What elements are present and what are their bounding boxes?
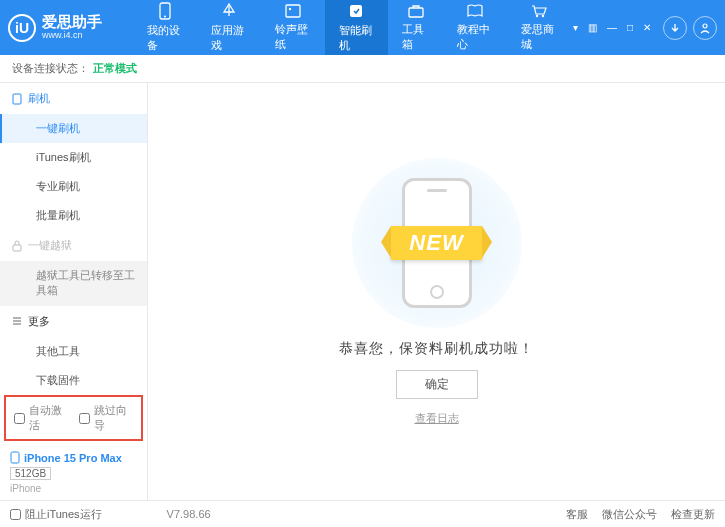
checkbox-input[interactable]: [79, 413, 90, 424]
svg-rect-5: [409, 8, 423, 17]
nav-label: 教程中心: [457, 22, 493, 52]
checkbox-input[interactable]: [10, 509, 21, 520]
sidebar-section-label: 刷机: [28, 91, 50, 106]
sidebar: 刷机 一键刷机 iTunes刷机 专业刷机 批量刷机 一键越狱 越狱工具已转移至…: [0, 83, 148, 500]
svg-point-3: [288, 8, 290, 10]
logo-icon: iU: [8, 14, 36, 42]
checkbox-label: 跳过向导: [94, 403, 134, 433]
logo-area: iU 爱思助手 www.i4.cn: [8, 14, 133, 42]
window-controls: ▾ ▥ — □ ✕: [571, 20, 653, 35]
toolbox-icon: [406, 3, 426, 19]
nav-my-device[interactable]: 我的设备: [133, 0, 197, 55]
svg-point-8: [703, 24, 707, 28]
menu-icon[interactable]: ▾: [571, 20, 580, 35]
success-illustration: NEW: [352, 158, 522, 328]
lock-icon: [12, 240, 22, 252]
sidebar-item-jailbreak-note: 越狱工具已转移至工具箱: [0, 261, 147, 306]
menu-icon: [12, 316, 22, 326]
svg-rect-4: [350, 5, 362, 17]
top-nav: 我的设备 应用游戏 铃声壁纸 智能刷机 工具箱 教程中心 爱思商城: [133, 0, 571, 55]
nav-apps[interactable]: 应用游戏: [197, 0, 261, 55]
checkbox-skip-guide[interactable]: 跳过向导: [79, 403, 134, 433]
header-right: ▾ ▥ — □ ✕: [571, 16, 717, 40]
nav-tutorials[interactable]: 教程中心: [443, 0, 507, 55]
svg-rect-9: [13, 94, 21, 104]
sidebar-section-flash[interactable]: 刷机: [0, 83, 147, 114]
close-icon[interactable]: ✕: [641, 20, 653, 35]
book-icon: [465, 3, 485, 19]
app-header: iU 爱思助手 www.i4.cn 我的设备 应用游戏 铃声壁纸 智能刷机 工具…: [0, 0, 725, 55]
minimize-icon[interactable]: —: [605, 20, 619, 35]
device-icon: [12, 93, 22, 105]
status-value: 正常模式: [93, 61, 137, 76]
version-label: V7.98.66: [167, 508, 211, 520]
footer: 阻止iTunes运行 V7.98.66 客服 微信公众号 检查更新: [0, 500, 725, 527]
sidebar-item-oneclick[interactable]: 一键刷机: [0, 114, 147, 143]
success-message: 恭喜您，保资料刷机成功啦！: [339, 340, 534, 358]
svg-rect-10: [13, 245, 21, 251]
device-info: iPhone 15 Pro Max 512GB iPhone: [0, 445, 147, 500]
apps-icon: [219, 2, 239, 20]
flash-icon: [346, 2, 366, 20]
sidebar-section-more[interactable]: 更多: [0, 306, 147, 337]
sidebar-section-label: 更多: [28, 314, 50, 329]
checkbox-auto-activate[interactable]: 自动激活: [14, 403, 69, 433]
user-button[interactable]: [693, 16, 717, 40]
footer-link-support[interactable]: 客服: [566, 507, 588, 522]
checkbox-input[interactable]: [14, 413, 25, 424]
svg-rect-11: [11, 452, 19, 463]
svg-point-1: [164, 16, 166, 18]
status-bar: 设备连接状态： 正常模式: [0, 55, 725, 83]
app-name: 爱思助手: [42, 14, 102, 31]
cart-icon: [529, 3, 549, 19]
ok-button[interactable]: 确定: [396, 370, 478, 399]
sidebar-item-itunes[interactable]: iTunes刷机: [0, 143, 147, 172]
skin-icon[interactable]: ▥: [586, 20, 599, 35]
device-name[interactable]: iPhone 15 Pro Max: [10, 451, 137, 464]
footer-link-update[interactable]: 检查更新: [671, 507, 715, 522]
nav-store[interactable]: 爱思商城: [507, 0, 571, 55]
svg-point-6: [536, 15, 538, 17]
nav-label: 工具箱: [402, 22, 429, 52]
sidebar-item-other-tools[interactable]: 其他工具: [0, 337, 147, 366]
sidebar-section-jailbreak[interactable]: 一键越狱: [0, 230, 147, 261]
phone-icon: [10, 451, 20, 464]
sidebar-item-batch[interactable]: 批量刷机: [0, 201, 147, 230]
sidebar-item-pro[interactable]: 专业刷机: [0, 172, 147, 201]
new-banner: NEW: [391, 226, 481, 260]
nav-label: 应用游戏: [211, 23, 247, 53]
sidebar-section-label: 一键越狱: [28, 238, 72, 253]
checkbox-label: 自动激活: [29, 403, 69, 433]
checkbox-block-itunes[interactable]: 阻止iTunes运行: [10, 507, 102, 522]
nav-flash[interactable]: 智能刷机: [325, 0, 389, 55]
svg-rect-2: [286, 5, 300, 17]
svg-point-7: [542, 15, 544, 17]
sidebar-item-download-fw[interactable]: 下载固件: [0, 366, 147, 391]
main-content: NEW 恭喜您，保资料刷机成功啦！ 确定 查看日志: [148, 83, 725, 500]
device-type: iPhone: [10, 483, 137, 494]
app-url: www.i4.cn: [42, 31, 102, 41]
nav-toolbox[interactable]: 工具箱: [388, 0, 443, 55]
nav-ringtones[interactable]: 铃声壁纸: [261, 0, 325, 55]
image-icon: [283, 3, 303, 19]
nav-label: 我的设备: [147, 23, 183, 53]
sidebar-options-box: 自动激活 跳过向导: [4, 395, 143, 441]
nav-label: 爱思商城: [521, 22, 557, 52]
download-button[interactable]: [663, 16, 687, 40]
status-label: 设备连接状态：: [12, 61, 89, 76]
footer-link-wechat[interactable]: 微信公众号: [602, 507, 657, 522]
checkbox-label: 阻止iTunes运行: [25, 507, 102, 522]
view-log-link[interactable]: 查看日志: [415, 411, 459, 426]
phone-icon: [155, 2, 175, 20]
device-storage: 512GB: [10, 467, 51, 480]
maximize-icon[interactable]: □: [625, 20, 635, 35]
nav-label: 铃声壁纸: [275, 22, 311, 52]
nav-label: 智能刷机: [339, 23, 375, 53]
